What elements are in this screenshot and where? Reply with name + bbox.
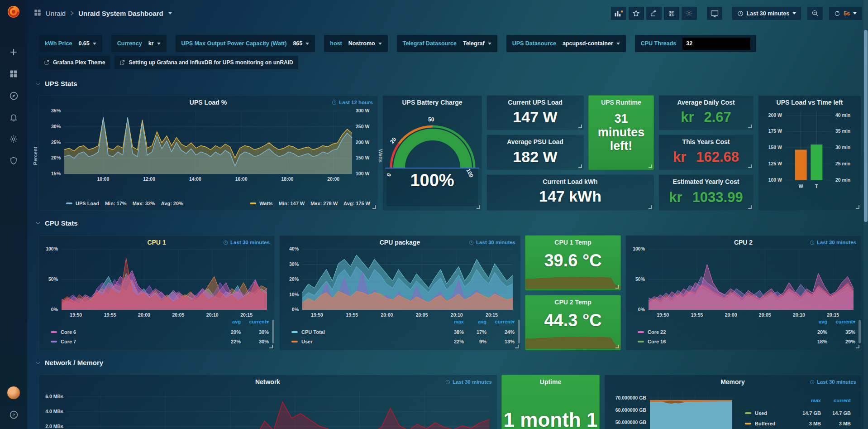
resize-handle[interactable] (856, 345, 859, 348)
legend-scrollbar[interactable] (272, 320, 274, 343)
panel-title[interactable]: CPU 2 Temp (525, 299, 620, 306)
explore-icon[interactable] (0, 85, 27, 106)
cycle-view-mode-button[interactable] (707, 7, 722, 20)
legend-sort-current[interactable]: current▾ (241, 319, 269, 327)
legend-sort-max[interactable]: max (437, 319, 464, 327)
dashboard-settings-button[interactable] (682, 7, 697, 20)
grafana-logo-icon[interactable] (5, 3, 22, 19)
variable-telegraf-datasource[interactable]: Telegraf Datasource Telegraf (397, 35, 497, 52)
stat-value: 39.6 °C (525, 251, 620, 270)
breadcrumb-folder[interactable]: Unraid (46, 10, 66, 17)
legend-sort-avg[interactable]: avg (213, 319, 241, 327)
dashboard-grid-icon[interactable] (33, 9, 42, 19)
breadcrumb: Unraid Unraid System Dashboard (33, 9, 172, 19)
resize-handle[interactable] (269, 345, 273, 348)
legend-sort-avg[interactable]: avg (799, 319, 827, 327)
add-panel-button[interactable] (611, 7, 626, 20)
resize-handle[interactable] (856, 205, 859, 209)
configuration-gear-icon[interactable] (0, 128, 27, 150)
legend-row: Core 7 22%30% (51, 337, 269, 346)
resize-handle[interactable] (578, 125, 582, 128)
ups-load-vs-time-chart[interactable]: 200 W40 min175 W35 min150 W30 min125 W25… (758, 96, 861, 210)
resize-handle[interactable] (649, 164, 652, 168)
legend-scrollbar[interactable] (518, 320, 520, 343)
legend-sort-current[interactable]: current (821, 398, 851, 408)
panel-current-load-kwh: Current Load kWh 147 kWh (486, 174, 654, 211)
save-dashboard-button[interactable] (664, 7, 679, 20)
stat-value: 147 W (487, 108, 583, 126)
dashboards-icon[interactable] (0, 63, 27, 85)
panel-title[interactable]: Average Daily Cost (659, 99, 753, 106)
panel-title[interactable]: CPU 1 Temp (525, 239, 620, 246)
variable-kwh-price[interactable]: kWh Price 0.65 (39, 35, 102, 52)
variable-ups-max-output[interactable]: UPS Max Output Power Capacity (Watt) 865 (176, 35, 315, 52)
resize-handle[interactable] (515, 345, 519, 348)
panel-title[interactable]: Current Load kWh (487, 178, 653, 185)
resize-handle[interactable] (649, 205, 652, 209)
page-scrollbar-thumb[interactable] (864, 30, 868, 222)
network-chart[interactable]: 6.0 MBs4.0 MBs2.0 MBs (39, 375, 496, 429)
panel-title[interactable]: Estimated Yearly Cost (659, 178, 753, 185)
stat-value: 44.3 °C (525, 311, 620, 330)
stat-value-line: minutes (589, 125, 653, 139)
resize-handle[interactable] (372, 205, 376, 209)
create-add-icon[interactable] (0, 41, 27, 63)
alerting-bell-icon[interactable] (0, 106, 27, 128)
resize-handle[interactable] (477, 205, 480, 209)
panel-title[interactable]: UPS Runtime (589, 99, 653, 106)
refresh-picker[interactable]: 5s (829, 7, 862, 20)
page-scrollbar-track[interactable] (863, 0, 868, 429)
legend-sort-max[interactable]: max (791, 398, 821, 408)
variable-currency[interactable]: Currency kr (111, 35, 167, 52)
breadcrumb-dashboard-title[interactable]: Unraid System Dashboard (78, 10, 163, 17)
resize-handle[interactable] (748, 205, 752, 209)
resize-handle[interactable] (615, 285, 619, 289)
variable-ups-datasource[interactable]: UPS Datasource apcupsd-container (506, 35, 626, 52)
resize-handle[interactable] (748, 125, 752, 128)
variable-host[interactable]: host Nostromo (324, 35, 387, 52)
external-link-icon (44, 60, 49, 65)
resize-handle[interactable] (615, 345, 619, 348)
grafana-dashboard: ? Unraid Unraid System Dashboard Last 30… (0, 0, 868, 429)
stat-value-line: 31 (589, 112, 653, 125)
panel-title[interactable]: Average PSU Load (487, 138, 583, 145)
cpu-threads-input[interactable] (682, 38, 750, 50)
share-dashboard-button[interactable] (646, 7, 662, 20)
ups-load-chart[interactable]: 35%300 W30%250 W25%200 W20%150 W15%100 W… (39, 96, 377, 210)
user-avatar[interactable] (0, 382, 27, 404)
link-grafana-plex-theme[interactable]: Grafana Plex Theme (39, 56, 110, 69)
legend-item[interactable]: Watts Min: 147 WMax: 278 WAvg: 175 W (250, 201, 370, 206)
panel-uptime: Uptime 1 month 1 (501, 375, 600, 429)
dashboard-dropdown-caret-icon[interactable] (168, 12, 172, 14)
link-ups-monitoring-guide[interactable]: Setting up Grafana and InfluxDB for UPS … (114, 56, 298, 69)
resize-handle[interactable] (578, 164, 582, 168)
legend-row: Buffered 3 MB3 MB (745, 418, 851, 429)
section-network-memory[interactable]: Network / Memory (35, 359, 103, 366)
graph-legend: avgcurrent▾ Core 6 20%30% Core 7 22%30% (51, 319, 269, 346)
legend-row: User 22%9%13% (291, 337, 515, 346)
section-ups-stats[interactable]: UPS Stats (35, 80, 77, 87)
panel-title[interactable]: Uptime (502, 378, 599, 386)
dashboard-links-row: Grafana Plex Theme Setting up Grafana an… (39, 56, 298, 69)
legend-sort-avg[interactable]: avg (464, 319, 486, 327)
zoom-out-button[interactable] (807, 7, 823, 20)
help-icon[interactable]: ? (0, 404, 27, 425)
resize-handle[interactable] (748, 164, 752, 168)
panel-ups-load: UPS Load % Last 12 hours Percent Watts 3… (38, 95, 378, 211)
legend-row: CPU Total 38%17%24% (291, 327, 515, 337)
panel-ups-load-vs-time-left: UPS Load vs Time left 200 W40 min175 W35… (758, 95, 861, 211)
graph-legend: maxavgcurrent▾ CPU Total 38%17%24% User … (291, 319, 515, 346)
time-range-picker[interactable]: Last 30 minutes (732, 7, 801, 20)
panel-title[interactable]: UPS Battery Charge (383, 99, 482, 106)
server-admin-shield-icon[interactable] (0, 150, 27, 172)
legend-sort-current[interactable]: current▾ (827, 319, 855, 327)
stat-value: 147 kWh (487, 188, 653, 205)
legend-sort-current[interactable]: current▾ (486, 319, 515, 327)
chevron-down-icon (35, 81, 41, 87)
section-cpu-stats[interactable]: CPU Stats (35, 219, 78, 227)
legend-scrollbar[interactable] (858, 320, 861, 343)
legend-item[interactable]: UPS Load Min: 17%Max: 32%Avg: 20% (66, 201, 183, 206)
panel-title[interactable]: Current UPS Load (487, 99, 583, 106)
star-dashboard-button[interactable] (629, 7, 644, 20)
panel-title[interactable]: This Years Cost (659, 138, 753, 145)
